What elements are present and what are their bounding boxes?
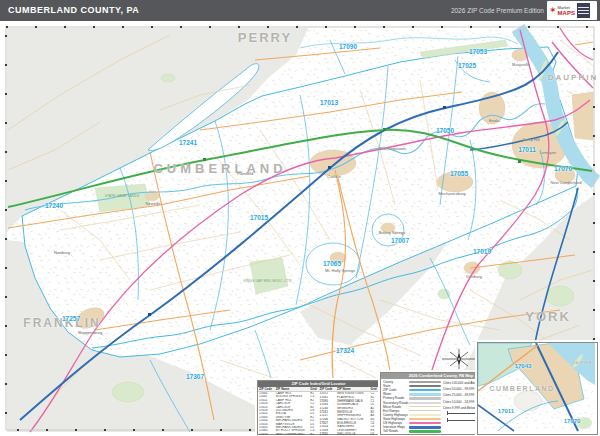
legend-item-label: Toll Roads	[383, 429, 409, 433]
map-title: CUMBERLAND COUNTY, PA	[8, 5, 139, 15]
legend-line-swatch	[409, 414, 441, 416]
logo-star-icon: ✶	[549, 6, 557, 15]
inset-zip-code-label: 17070	[564, 418, 581, 424]
legend-line-swatch	[409, 389, 441, 391]
inset-county-label: DAUPHIN	[572, 361, 591, 365]
legend-line-swatch	[409, 385, 441, 388]
zip-index-header-row: ZIP CodeZIP NameGrid	[258, 387, 319, 392]
inset-county-label: CUMBERLAND	[489, 385, 554, 392]
legend-line-swatch	[409, 393, 441, 396]
zip-index-left-columns: ZIP CodeZIP NameGrid 17001CAMP HILLE2170…	[258, 387, 319, 436]
zip-index-right-columns: ZIP CodeZIP NameGrid 17072NEW KINGSTOWNC…	[319, 387, 380, 436]
legend-city-label: Cities 10,000 - 24,999	[443, 400, 474, 404]
logo-brand-bottom: MAPS	[558, 10, 575, 16]
legend-line-swatch	[409, 426, 441, 429]
legend-line-swatch	[409, 410, 441, 411]
marketmaps-logo: ✶ Market MAPS	[547, 1, 597, 20]
legend-line-swatch	[409, 418, 441, 421]
legend-line-items: CountyStateZIP CodeWaterPrimary RoadsSec…	[383, 380, 441, 433]
legend-city-label: Cities 100,000 and Above	[443, 381, 479, 385]
grid-cell: D4	[369, 432, 379, 436]
inset-zip-code-label: 17011	[498, 408, 514, 414]
zip-index-row: 17365WELLSVILLED4	[319, 432, 380, 436]
compass-rose-icon	[440, 344, 478, 374]
legend-city-label: Cities 50,000 - 99,999	[443, 387, 474, 391]
mt-holly-pocket	[306, 243, 360, 285]
inset-map: 170431701117070CUMBERLANDDAUPHIN	[477, 342, 598, 435]
legend-line-swatch	[409, 430, 441, 433]
map-document: { "header": { "title": "CUMBERLAND COUNT…	[0, 0, 600, 436]
zip-index-table: ZIP Code Index/Grid Locator ZIP CodeZIP …	[257, 380, 380, 435]
legend-line-item: Toll Roads	[383, 429, 441, 433]
inset-zip-code-label: 17043	[515, 363, 532, 369]
zip-code-cell: 17365	[319, 432, 337, 436]
legend-city-label: Cities 25,000 - 49,999	[443, 393, 474, 397]
title-bar: CUMBERLAND COUNTY, PA 2026 ZIP Code Prem…	[0, 0, 600, 21]
logo-side-panel	[577, 3, 590, 18]
legend-line-swatch	[409, 406, 441, 408]
edition-label: 2026 ZIP Code Premium Edition	[451, 7, 544, 14]
zip-index-header-row: ZIP CodeZIP NameGrid	[319, 387, 380, 392]
zip-name-cell: WELLSVILLE	[336, 432, 369, 436]
inset-label-layer: 170431701117070CUMBERLANDDAUPHIN	[478, 343, 597, 434]
legend-city-label: Cities 9,999 and Below	[443, 406, 476, 410]
legend-line-swatch	[409, 381, 441, 383]
legend-line-swatch	[409, 422, 441, 425]
legend-line-swatch	[409, 397, 441, 400]
legend-line-swatch	[409, 402, 441, 404]
